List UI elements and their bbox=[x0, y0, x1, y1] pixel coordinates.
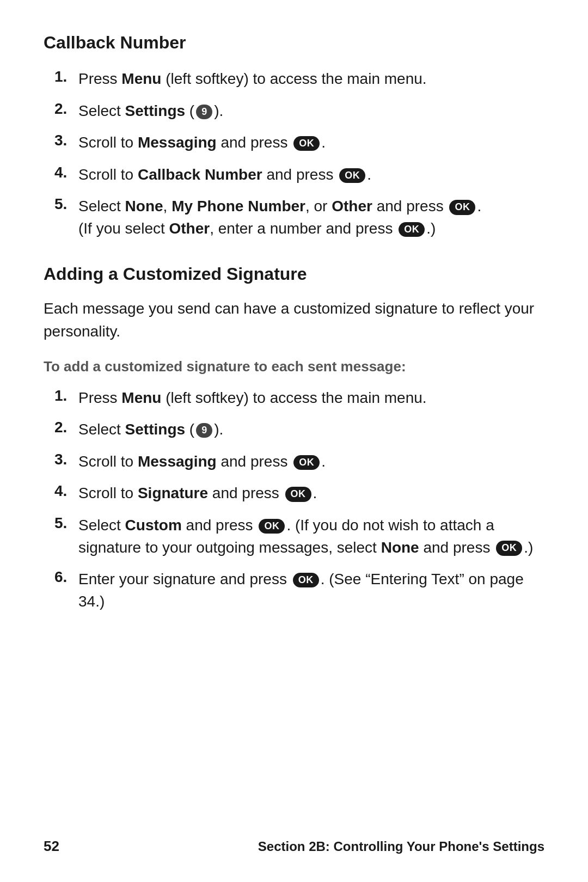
bold-signature: Signature bbox=[138, 485, 208, 501]
step-1-2: 2. Select Settings (9). bbox=[44, 100, 544, 122]
bold-messaging: Messaging bbox=[138, 453, 217, 470]
step-content: Scroll to Callback Number and press OK. bbox=[78, 164, 544, 186]
ok-badge: OK bbox=[293, 573, 319, 587]
bold-other-2: Other bbox=[169, 220, 210, 237]
callback-number-section: Callback Number 1. Press Menu (left soft… bbox=[44, 33, 544, 240]
step-number: 1. bbox=[54, 387, 78, 405]
step-number: 5. bbox=[54, 514, 78, 532]
bold-messaging: Messaging bbox=[138, 134, 217, 151]
bold-settings: Settings bbox=[125, 421, 185, 438]
page-number: 52 bbox=[44, 838, 59, 855]
step-number: 6. bbox=[54, 568, 78, 586]
page-footer: 52 Section 2B: Controlling Your Phone's … bbox=[0, 838, 588, 855]
callback-number-title: Callback Number bbox=[44, 33, 544, 53]
step-content: Press Menu (left softkey) to access the … bbox=[78, 387, 544, 409]
nine-badge: 9 bbox=[196, 105, 212, 119]
bold-menu: Menu bbox=[121, 389, 161, 406]
step-content: Select Custom and press OK. (If you do n… bbox=[78, 514, 544, 559]
step-number: 2. bbox=[54, 419, 78, 436]
nine-badge: 9 bbox=[196, 423, 212, 438]
step-1-4: 4. Scroll to Callback Number and press O… bbox=[44, 164, 544, 186]
callback-number-steps: 1. Press Menu (left softkey) to access t… bbox=[44, 68, 544, 240]
bold-none: None bbox=[125, 198, 163, 215]
ok-badge: OK bbox=[259, 519, 285, 534]
step-content: Select Settings (9). bbox=[78, 419, 544, 441]
intro-text: Each message you send can have a customi… bbox=[44, 297, 544, 343]
ok-badge: OK bbox=[293, 455, 320, 470]
step-number: 5. bbox=[54, 195, 78, 213]
step-content: Scroll to Messaging and press OK. bbox=[78, 132, 544, 154]
step-content: Scroll to Messaging and press OK. bbox=[78, 451, 544, 473]
step-number: 4. bbox=[54, 164, 78, 181]
step-content: Enter your signature and press OK. (See … bbox=[78, 568, 544, 612]
customized-signature-title: Adding a Customized Signature bbox=[44, 264, 544, 284]
bold-other: Other bbox=[332, 198, 372, 215]
step-content: Select Settings (9). bbox=[78, 100, 544, 122]
step-content: Select None, My Phone Number, or Other a… bbox=[78, 195, 544, 240]
bold-menu: Menu bbox=[121, 70, 161, 87]
signature-steps: 1. Press Menu (left softkey) to access t… bbox=[44, 387, 544, 613]
bold-none: None bbox=[381, 539, 419, 556]
step-1-1: 1. Press Menu (left softkey) to access t… bbox=[44, 68, 544, 90]
ok-badge: OK bbox=[449, 200, 475, 215]
step-1-3: 3. Scroll to Messaging and press OK. bbox=[44, 132, 544, 154]
bold-settings: Settings bbox=[125, 102, 185, 119]
step-number: 1. bbox=[54, 68, 78, 85]
step-2-5: 5. Select Custom and press OK. (If you d… bbox=[44, 514, 544, 559]
step-1-5: 5. Select None, My Phone Number, or Othe… bbox=[44, 195, 544, 240]
step-content: Press Menu (left softkey) to access the … bbox=[78, 68, 544, 90]
step-number: 4. bbox=[54, 482, 78, 500]
instruction-label: To add a customized signature to each se… bbox=[44, 358, 544, 375]
ok-badge: OK bbox=[399, 222, 425, 237]
step-number: 3. bbox=[54, 451, 78, 468]
ok-badge: OK bbox=[285, 487, 311, 501]
step-number: 2. bbox=[54, 100, 78, 118]
bold-my-phone-number: My Phone Number bbox=[171, 198, 305, 215]
bold-callback-number: Callback Number bbox=[138, 166, 262, 183]
bold-custom: Custom bbox=[125, 517, 182, 534]
ok-badge: OK bbox=[496, 541, 522, 555]
ok-badge: OK bbox=[293, 136, 320, 151]
step-2-3: 3. Scroll to Messaging and press OK. bbox=[44, 451, 544, 473]
step-content: Scroll to Signature and press OK. bbox=[78, 482, 544, 505]
ok-badge: OK bbox=[339, 168, 365, 183]
step-number: 3. bbox=[54, 132, 78, 149]
section-label: Section 2B: Controlling Your Phone's Set… bbox=[258, 839, 544, 854]
step-2-2: 2. Select Settings (9). bbox=[44, 419, 544, 441]
step-2-4: 4. Scroll to Signature and press OK. bbox=[44, 482, 544, 505]
step-2-1: 1. Press Menu (left softkey) to access t… bbox=[44, 387, 544, 409]
step-2-6: 6. Enter your signature and press OK. (S… bbox=[44, 568, 544, 612]
customized-signature-section: Adding a Customized Signature Each messa… bbox=[44, 264, 544, 613]
